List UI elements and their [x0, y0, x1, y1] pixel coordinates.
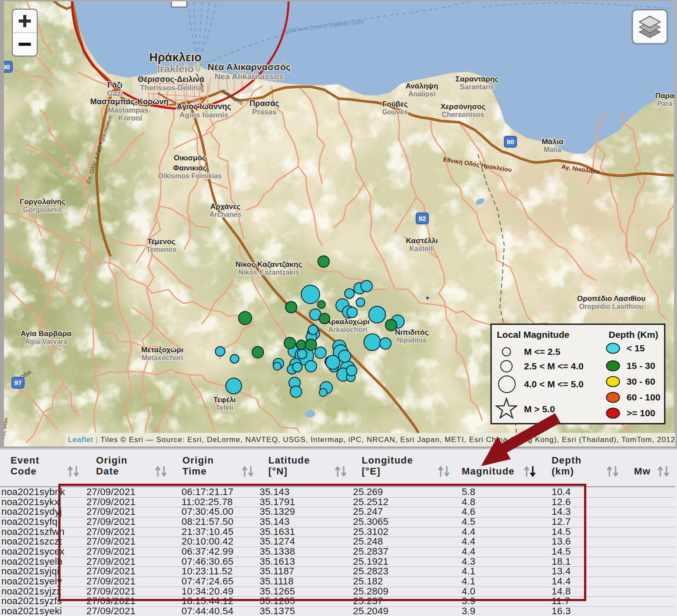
svg-text:Gorgolainis: Gorgolainis: [23, 206, 62, 213]
svg-text:Agia Varvara: Agia Varvara: [25, 338, 68, 345]
svg-text:Arkalochori: Arkalochori: [328, 326, 367, 333]
svg-text:Oropedio Lasithiou: Oropedio Lasithiou: [579, 303, 644, 310]
svg-text:Nipiditos: Nipiditos: [397, 336, 427, 344]
svg-text:Νέα Αλικαρνασσός: Νέα Αλικαρνασσός: [207, 62, 290, 72]
svg-text:Αγία Βαρβάρα: Αγία Βαρβάρα: [21, 329, 72, 338]
svg-text:92: 92: [419, 215, 426, 222]
svg-text:Καστέλλι: Καστέλλι: [406, 237, 438, 245]
svg-text:Τέμενος: Τέμενος: [147, 237, 175, 246]
svg-text:Malia: Malia: [544, 146, 561, 153]
svg-text:Tefeli: Tefeli: [216, 404, 234, 411]
svg-text:15 - 30: 15 - 30: [627, 361, 655, 371]
svg-text:Ανάληψη: Ανάληψη: [406, 82, 438, 90]
svg-text:Koroni: Koroni: [118, 114, 143, 122]
svg-text:Νιπιδιτός: Νιπιδιτός: [395, 328, 429, 336]
svg-text:Νίκος Καζαντζάκης: Νίκος Καζαντζάκης: [235, 260, 302, 269]
svg-text:Agios Ioannis: Agios Ioannis: [179, 111, 228, 119]
svg-text:Γοργολαίνης: Γοργολαίνης: [20, 198, 65, 206]
svg-text:< 15: < 15: [627, 343, 645, 353]
svg-text:Οικισμός: Οικισμός: [174, 154, 206, 162]
svg-text:Θέρισσος-Δειλινά: Θέρισσος-Δειλινά: [138, 75, 204, 84]
svg-text:Gazi: Gazi: [107, 89, 123, 98]
svg-text:Πρασάς: Πρασάς: [249, 99, 279, 108]
svg-text:Χερσόνησος: Χερσόνησος: [441, 103, 486, 111]
svg-text:Οροπέδιο Λασιθίου: Οροπέδιο Λασιθίου: [577, 294, 645, 303]
svg-text:Παρα: Παρα: [655, 92, 674, 100]
svg-text:Irakleio: Irakleio: [157, 63, 194, 74]
svg-text:Nea Alikarnassos: Nea Alikarnassos: [214, 72, 284, 81]
svg-text:Oikismos Foinikias: Oikismos Foinikias: [158, 172, 222, 180]
svg-text:Therissos-Deilina: Therissos-Deilina: [140, 84, 202, 92]
svg-text:Gouves: Gouves: [382, 108, 408, 116]
svg-text:2.5 < M <= 4.0: 2.5 < M <= 4.0: [524, 361, 584, 371]
svg-text:Μασταμπάς-Κορώνη: Μασταμπάς-Κορώνη: [90, 97, 169, 106]
svg-text:4.0 < M <= 5.0: 4.0 < M <= 5.0: [524, 379, 584, 389]
svg-text:Analipsi: Analipsi: [408, 90, 435, 98]
svg-text:Φαινικιάς: Φαινικιάς: [173, 164, 207, 172]
svg-text:Prasas: Prasas: [252, 108, 277, 116]
svg-text:Temenos: Temenos: [146, 246, 176, 253]
svg-text:Depth (Km): Depth (Km): [609, 329, 658, 340]
svg-text:Ηράκλειο: Ηράκλειο: [149, 51, 202, 64]
svg-text:Σαραντάρης: Σαραντάρης: [456, 75, 499, 83]
svg-text:Γούβες: Γούβες: [382, 100, 408, 108]
svg-text:60 - 100: 60 - 100: [627, 392, 660, 402]
svg-text:Mastampas-: Mastampas-: [108, 106, 151, 114]
svg-text:Τεφέλι: Τεφέλι: [213, 396, 235, 404]
svg-text:Μεταξοχώρι: Μεταξοχώρι: [141, 346, 183, 354]
svg-text:Αρχάνες: Αρχάνες: [210, 202, 241, 211]
svg-text:Άγιος Ιωάννης: Άγιος Ιωάννης: [177, 102, 231, 111]
svg-text:M <= 2.5: M <= 2.5: [524, 347, 560, 357]
svg-text:Local Magnitude: Local Magnitude: [497, 329, 570, 340]
svg-text:Metaxochori: Metaxochori: [142, 354, 183, 361]
svg-text:Nikos Kazantzakis: Nikos Kazantzakis: [238, 269, 299, 276]
svg-text:97: 97: [14, 379, 22, 386]
svg-text:Chersonisos: Chersonisos: [442, 111, 485, 118]
svg-text:30 - 60: 30 - 60: [627, 376, 655, 386]
svg-text:Αρκαλοχώρι: Αρκαλοχώρι: [326, 318, 370, 326]
svg-text:Γάζι: Γάζι: [107, 81, 123, 90]
svg-text:90: 90: [507, 138, 514, 145]
svg-text:Para: Para: [657, 100, 673, 107]
svg-text:Kastelli: Kastelli: [410, 245, 435, 252]
svg-text:>= 100: >= 100: [627, 408, 655, 418]
svg-text:Μάλια: Μάλια: [542, 138, 563, 146]
svg-text:Archanes: Archanes: [210, 211, 242, 218]
svg-text:Sarantaris: Sarantaris: [460, 83, 494, 91]
